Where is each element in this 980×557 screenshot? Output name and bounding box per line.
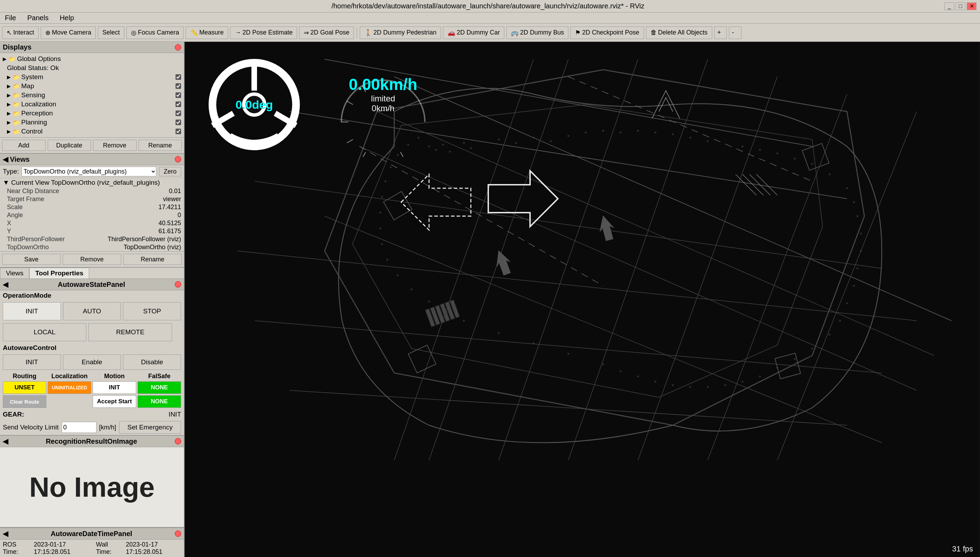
svg-point-82	[498, 332, 500, 334]
no-image-area: No Image	[0, 447, 184, 527]
interact-button[interactable]: ↖ Interact	[2, 26, 39, 39]
tree-item-sensing[interactable]: ▶ 📁 Sensing	[0, 91, 184, 100]
set-emergency-button[interactable]: Set Emergency	[119, 421, 181, 433]
dummy-car-button[interactable]: 🚗 2D Dummy Car	[443, 26, 504, 39]
remove-tool-button[interactable]: -	[729, 26, 741, 39]
save-view-button[interactable]: Save	[2, 254, 61, 265]
velocity-input[interactable]	[62, 422, 96, 433]
svg-point-60	[860, 233, 862, 234]
dummy-pedestrian-button[interactable]: 🚶 2D Dummy Pedestrian	[360, 26, 441, 39]
datetime-row: ROS Time: 2023-01-17 17:15:28.051 Wall T…	[0, 539, 184, 557]
ctrl-init-button[interactable]: INIT	[3, 355, 61, 370]
localization-checkbox[interactable]	[175, 101, 181, 107]
recognition-title: ◀	[3, 437, 8, 445]
displays-header: Displays	[0, 42, 184, 53]
rename-view-button[interactable]: Rename	[123, 254, 182, 265]
menu-panels[interactable]: Panels	[25, 13, 50, 23]
rename-display-button[interactable]: Rename	[139, 140, 182, 151]
delete-all-button[interactable]: 🗑 Delete All Objects	[646, 26, 712, 39]
tree-item-global-options[interactable]: ▶ 📁 Global Options	[0, 54, 184, 64]
displays-close-button[interactable]	[175, 44, 181, 50]
svg-line-109	[401, 152, 404, 157]
op-stop-button[interactable]: STOP	[123, 302, 181, 320]
routing-header: Routing	[3, 373, 46, 380]
views-close-button[interactable]	[175, 156, 181, 163]
datetime-close-button[interactable]	[175, 531, 181, 537]
op-init-button[interactable]: INIT	[3, 302, 61, 320]
motion-accept-button[interactable]: Accept Start	[92, 395, 136, 408]
measure-button[interactable]: 📏 Measure	[186, 26, 228, 39]
dummy-bus-button[interactable]: 🚌 2D Dummy Bus	[506, 26, 568, 39]
move-camera-button[interactable]: ⊕ Move Camera	[41, 26, 96, 39]
menu-help[interactable]: Help	[57, 13, 76, 23]
speed-text: 0.00km/h limited 0km/h	[349, 75, 417, 113]
views-section: ◀ Views Type: TopDownOrtho (rviz_default…	[0, 154, 184, 268]
map-checkbox[interactable]	[175, 83, 181, 89]
views-zero-button[interactable]: Zero	[159, 167, 181, 176]
remove-display-button[interactable]: Remove	[93, 140, 136, 151]
autoware-control-row: INIT Enable Disable	[0, 353, 184, 371]
op-remote-button[interactable]: REMOTE	[88, 323, 172, 341]
recognition-header: ◀ RecognitionResultOnImage	[0, 436, 184, 447]
maximize-button[interactable]: □	[956, 2, 965, 10]
tree-item-system[interactable]: ▶ 📁 System	[0, 73, 184, 81]
speed-limited-label: limited	[349, 94, 417, 104]
routing-sub-badge: Clear Route	[3, 395, 46, 408]
sensing-checkbox[interactable]	[175, 92, 181, 98]
delete-icon: 🗑	[651, 29, 657, 36]
goal-pose-button[interactable]: ⇒ 2D Goal Pose	[299, 26, 354, 39]
minimize-button[interactable]: _	[944, 2, 954, 10]
views-prop-x: X 40.5125	[0, 219, 184, 227]
velocity-unit: [km/h]	[99, 424, 116, 431]
tab-views[interactable]: Views	[0, 268, 29, 278]
measure-icon: 📏	[190, 29, 198, 37]
views-type-select[interactable]: TopDownOrtho (rviz_default_plugins)	[21, 167, 156, 176]
select-button[interactable]: Select	[98, 26, 124, 39]
add-display-button[interactable]: Add	[2, 140, 45, 151]
checkpoint-pose-button[interactable]: ⚑ 2D Checkpoint Pose	[570, 26, 644, 39]
op-local-button[interactable]: LOCAL	[3, 323, 86, 341]
tree-item-global-status[interactable]: Global Status: Ok	[0, 64, 184, 73]
svg-point-91	[380, 212, 381, 213]
close-button[interactable]: ✕	[967, 2, 977, 10]
svg-point-69	[777, 367, 778, 368]
tree-item-localization[interactable]: ▶ 📁 Localization	[0, 100, 184, 109]
perception-checkbox[interactable]	[175, 111, 181, 116]
car-icon: 🚗	[448, 29, 455, 37]
svg-point-87	[397, 275, 398, 276]
recognition-close-button[interactable]	[175, 438, 181, 445]
tree-arrow: ▶	[3, 56, 6, 62]
tree-item-planning[interactable]: ▶ 📁 Planning	[0, 118, 184, 127]
svg-point-90	[380, 228, 381, 229]
tree-arrow: ▶	[7, 74, 11, 80]
svg-point-46	[637, 130, 639, 131]
tree-item-map[interactable]: ▶ 📁 Map	[0, 81, 184, 91]
tree-item-control[interactable]: ▶ 📁 Control	[0, 127, 184, 136]
pose-estimate-button[interactable]: → 2D Pose Estimate	[230, 26, 297, 39]
ctrl-disable-button[interactable]: Disable	[123, 355, 181, 370]
duplicate-display-button[interactable]: Duplicate	[48, 140, 91, 151]
op-auto-button[interactable]: AUTO	[63, 302, 121, 320]
svg-point-74	[690, 386, 691, 388]
add-tool-button[interactable]: +	[714, 26, 727, 39]
views-prop-target-frame: Target Frame viewer	[0, 195, 184, 203]
tree-item-perception[interactable]: ▶ 📁 Perception	[0, 109, 184, 118]
planning-checkbox[interactable]	[175, 120, 181, 125]
falsafe-badge1: NONE	[138, 381, 181, 394]
svg-point-66	[829, 334, 830, 336]
svg-point-50	[707, 140, 708, 142]
focus-camera-button[interactable]: ◎ Focus Camera	[127, 26, 183, 39]
operation-mode-row2: LOCAL REMOTE	[0, 322, 184, 343]
autoware-state-close-button[interactable]	[175, 281, 181, 288]
menu-file[interactable]: File	[3, 13, 18, 23]
displays-buttons: Add Duplicate Remove Rename	[0, 137, 184, 153]
system-checkbox[interactable]	[175, 74, 181, 80]
svg-point-38	[498, 139, 500, 140]
control-checkbox[interactable]	[175, 129, 181, 134]
remove-view-button[interactable]: Remove	[63, 254, 121, 265]
pose-icon: →	[235, 29, 241, 36]
tree-arrow: ▶	[7, 120, 11, 125]
viewport[interactable]: 0.0deg	[185, 42, 980, 557]
tab-tool-properties[interactable]: Tool Properties	[29, 268, 89, 278]
ctrl-enable-button[interactable]: Enable	[63, 355, 121, 370]
